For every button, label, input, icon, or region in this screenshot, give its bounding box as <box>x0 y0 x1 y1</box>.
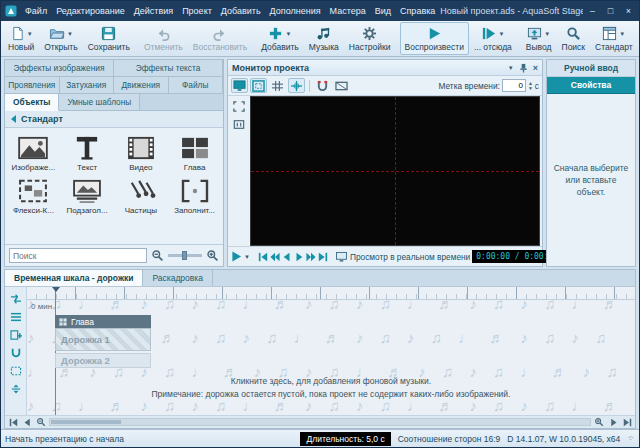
output-button[interactable]: ▼ Вывод <box>521 22 557 55</box>
add-button[interactable]: ▼ Добавить <box>256 22 304 55</box>
scroll-right-button[interactable] <box>607 417 619 428</box>
object-video[interactable]: Видео <box>115 132 168 174</box>
scroll-left-button[interactable] <box>21 417 33 428</box>
swap-tracks-button[interactable] <box>8 292 23 305</box>
expand-tracks-button[interactable] <box>8 382 23 395</box>
undo-button[interactable]: Отменить <box>139 22 188 55</box>
menu-file[interactable]: Файл <box>21 4 51 18</box>
object-placeholder[interactable]: Заполнит... <box>168 175 221 217</box>
object-particles[interactable]: Частицы <box>115 175 168 217</box>
scroll-skip-start-button[interactable] <box>7 417 19 428</box>
menu-project[interactable]: Проект <box>178 4 216 18</box>
tab-reveals[interactable]: Проявления <box>5 77 60 94</box>
snap-button[interactable] <box>314 78 331 93</box>
fast-forward-button[interactable] <box>306 250 316 264</box>
monitor-view-button[interactable] <box>231 78 248 93</box>
minimize-button[interactable]: – <box>584 3 601 19</box>
chevron-down-icon[interactable]: ▼ <box>244 254 250 260</box>
tab-storyboard[interactable]: Раскадровка <box>143 270 213 286</box>
play-from-here-button[interactable]: ▼ ... отсюда <box>469 22 517 55</box>
skip-start-button[interactable] <box>258 250 268 264</box>
chevron-down-icon[interactable]: ▼ <box>67 31 73 37</box>
tab-files[interactable]: Файлы <box>169 77 224 94</box>
pin-icon[interactable] <box>519 63 528 73</box>
tab-smart-templates[interactable]: Умные шаблоны <box>59 94 140 111</box>
time-mark-input[interactable] <box>502 79 526 92</box>
close-button[interactable]: × <box>620 3 637 19</box>
aspect-button[interactable] <box>333 78 350 93</box>
menu-addons[interactable]: Дополнения <box>266 4 325 18</box>
panel-close-icon[interactable]: × <box>533 63 538 73</box>
panel-menu-chevron-icon[interactable]: ▼ <box>508 65 514 71</box>
transport-play-button[interactable] <box>231 250 242 264</box>
tab-fades[interactable]: Затухания <box>60 77 115 94</box>
track-1-block[interactable]: Дорожка 1 <box>55 328 151 351</box>
tab-timeline-tracks[interactable]: Временная шкала - дорожки <box>5 270 143 286</box>
track-2-block[interactable]: Дорожка 2 <box>55 353 151 368</box>
timeline-ruler[interactable] <box>27 287 635 300</box>
music-button[interactable]: Музыка <box>304 22 344 55</box>
new-button[interactable]: ▼ Новый <box>3 22 39 55</box>
actual-size-button[interactable] <box>231 117 248 132</box>
chevron-down-icon[interactable]: ▼ <box>285 31 291 37</box>
timeline-zoom-in-icon[interactable] <box>593 417 605 428</box>
timeline-scrollbar-thumb[interactable] <box>51 420 121 424</box>
object-flexi-collage[interactable]: Флекси-К... <box>7 175 60 217</box>
tab-properties[interactable]: Свойства <box>547 77 635 94</box>
redo-button[interactable]: Восстановить <box>188 22 252 55</box>
standard-section-header[interactable]: Стандарт <box>5 111 223 128</box>
settings-button[interactable]: Настройки <box>344 22 396 55</box>
grid-button[interactable] <box>269 78 286 93</box>
step-forward-button[interactable] <box>294 250 304 264</box>
slider-thumb[interactable] <box>182 251 187 260</box>
menu-view[interactable]: Вид <box>371 4 395 18</box>
save-button[interactable]: Сохранить <box>83 22 135 55</box>
maximize-button[interactable]: □ <box>602 3 619 19</box>
tab-image-effects[interactable]: Эффекты изображения <box>5 60 114 77</box>
tab-manual-input[interactable]: Ручной ввод <box>547 60 635 77</box>
chevron-down-icon[interactable]: ▼ <box>27 31 33 37</box>
zoom-out-icon[interactable] <box>151 249 164 262</box>
realtime-preview-toggle[interactable]: Просмотр в реальном времени <box>336 252 470 262</box>
spin-down-icon[interactable]: ▼ <box>528 86 533 91</box>
object-subtitle[interactable]: Подзагол... <box>61 175 114 217</box>
timeline-track-area[interactable]: ♪ ♫ ♩ ♬ ♪ ♫ ♪ ♫ ♩ ♬ ♪ ♫ ♪ ♫ ♩ ♬ ♪ ♫ ♪ ♫ … <box>27 287 635 415</box>
menu-help[interactable]: Справка <box>396 4 439 18</box>
timeline-scrollbar[interactable] <box>49 418 591 426</box>
tab-motions[interactable]: Движения <box>114 77 169 94</box>
menu-wizards[interactable]: Мастера <box>326 4 370 18</box>
menu-edit[interactable]: Редактирование <box>52 4 129 18</box>
object-text[interactable]: Текст <box>61 132 114 174</box>
chevron-down-icon[interactable]: ▼ <box>544 31 550 37</box>
object-chapter[interactable]: Глава <box>168 132 221 174</box>
step-back-button[interactable] <box>282 250 292 264</box>
crosshair-button[interactable] <box>288 78 305 93</box>
playhead-marker-icon[interactable] <box>52 287 60 292</box>
thumbnail-zoom-slider[interactable] <box>168 254 202 257</box>
select-frame-button[interactable] <box>8 364 23 377</box>
preview-canvas[interactable] <box>250 96 540 246</box>
magnet-button[interactable] <box>8 346 23 359</box>
object-image[interactable]: Изображе... <box>7 132 60 174</box>
search-button[interactable]: Поиск <box>557 22 591 55</box>
layout-standard-button[interactable]: ▼ Стандарт <box>590 22 637 55</box>
play-button[interactable]: Воспроизвести <box>400 22 469 55</box>
scroll-skip-end-button[interactable] <box>621 417 633 428</box>
zoom-fit-button[interactable] <box>231 99 248 114</box>
open-button[interactable]: ▼ Открыть <box>39 22 82 55</box>
fast-back-button[interactable] <box>270 250 280 264</box>
objects-search-input[interactable] <box>9 248 147 263</box>
tab-objects[interactable]: Объекты <box>5 94 59 111</box>
timeline-zoom-out-icon[interactable] <box>35 417 47 428</box>
menu-add[interactable]: Добавить <box>217 4 265 18</box>
safe-area-button[interactable] <box>250 78 267 93</box>
zoom-in-icon[interactable] <box>206 249 219 262</box>
chapter-track-block[interactable]: Глава <box>55 315 151 328</box>
tab-text-effects[interactable]: Эффекты текста <box>114 60 223 77</box>
chevron-down-icon[interactable]: ▼ <box>619 31 625 37</box>
background-music-hint[interactable]: Кликните здесь, для добавления фоновой м… <box>27 375 635 401</box>
add-track-button[interactable] <box>8 328 23 341</box>
chevron-down-icon[interactable]: ▼ <box>498 31 504 37</box>
track-list-button[interactable] <box>8 310 23 323</box>
menu-actions[interactable]: Действия <box>130 4 177 18</box>
